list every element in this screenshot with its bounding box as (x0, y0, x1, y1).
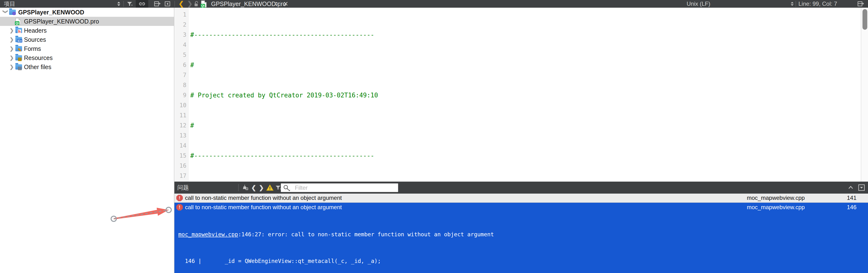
tree-filter-icon[interactable] (127, 0, 133, 8)
collapse-panel-icon[interactable] (847, 182, 854, 193)
detail-error-line: moc_mapwebview.cpp:146:27: error: call t… (178, 230, 868, 239)
issue-row-146-selected[interactable]: ! call to non-static member function wit… (175, 203, 868, 273)
code-line: # (190, 60, 442, 70)
line-number: 15 (175, 151, 189, 161)
lock-icon[interactable] (193, 0, 199, 8)
pencil-badge-icon: ✎ (18, 47, 22, 53)
chevron-right-icon[interactable]: ❯ (9, 28, 14, 33)
chevron-right-icon[interactable]: ❯ (9, 46, 14, 52)
editor-scrollbar[interactable] (861, 8, 868, 182)
encoding-dropdown-icon[interactable] (790, 0, 795, 8)
tree-item-sources[interactable]: ❯ C+ Sources (0, 35, 174, 44)
grid-badge-icon: ▦ (18, 56, 22, 62)
error-icon: ! (176, 204, 183, 211)
tree-item-label: Sources (24, 36, 46, 43)
scrollbar-thumb[interactable] (863, 9, 867, 30)
error-icon: ! (176, 195, 183, 201)
document-dropdown-icon[interactable] (274, 0, 279, 8)
issues-filter (281, 183, 398, 192)
issue-file: moc_mapwebview.cpp (747, 194, 805, 201)
code-line: # Project created by QtCreator 2019-03-0… (190, 90, 442, 100)
document-type-icon: Qt (201, 0, 207, 8)
toolbar-separator (175, 1, 175, 7)
tree-item-label: GPSPlayer_KENWOOD (18, 9, 84, 16)
line-number-gutter: 1 2 3 4 5 6 7 8 9 10 11 12 13 14 15 16 1… (175, 8, 189, 182)
line-number: 11 (175, 110, 189, 120)
tree-item-project-root[interactable]: ❯ ⚙ GPSPlayer_KENWOOD (0, 8, 174, 17)
line-number: 4 (175, 40, 189, 50)
top-toolbar: 项目 ❮ ❯ Qt GPSPlayer_KENWOOD.pro ✕ Unix (… (0, 0, 868, 8)
file-badge-icon: ▤ (18, 65, 22, 71)
sidebar-panel-title: 项目 (4, 0, 16, 8)
chevron-right-icon[interactable]: ❯ (9, 37, 14, 42)
cpp-badge-icon: C+ (17, 39, 22, 43)
line-number: 1 (175, 9, 189, 20)
header-badge-icon: h (18, 30, 21, 34)
code-line: #---------------------------------------… (190, 30, 442, 40)
chevron-right-icon[interactable]: ❯ (9, 64, 14, 70)
line-number: 6 (175, 60, 189, 70)
filter-input[interactable] (281, 183, 398, 192)
tree-item-label: Headers (24, 27, 47, 34)
issues-panel: 问题 ❮ ❯ ! call to non-static member funct… (175, 182, 868, 273)
cursor-position-indicator[interactable]: Line: 99, Col: 7 (799, 0, 837, 8)
tree-item-resources[interactable]: ❯ ▦ Resources (0, 53, 174, 62)
tree-item-label: GPSPlayer_KENWOOD.pro (24, 18, 99, 25)
encoding-indicator[interactable]: Unix (LF) (687, 0, 710, 8)
tree-item-headers[interactable]: ❯ h Headers (0, 26, 174, 35)
tree-item-forms[interactable]: ❯ ✎ Forms (0, 44, 174, 53)
tree-item-label: Other files (24, 64, 51, 70)
issue-line-number: 146 (847, 204, 857, 211)
qt-pro-file-icon: Qt (16, 18, 21, 25)
issues-panel-title: 问题 (177, 182, 189, 193)
maximize-panel-icon[interactable] (858, 182, 865, 193)
chevron-right-icon[interactable]: ❯ (9, 55, 14, 61)
next-issue-button[interactable]: ❯ (259, 182, 264, 193)
code-line: # (190, 120, 442, 130)
toolbar-separator (796, 1, 796, 7)
line-number: 5 (175, 50, 189, 60)
issue-message: call to non-static member function witho… (185, 204, 342, 211)
chevron-down-icon[interactable]: ❯ (3, 9, 8, 14)
gear-icon: ⚙ (12, 10, 16, 16)
line-number: 13 (175, 130, 189, 141)
line-number: 17 (175, 171, 189, 181)
toolbar-separator (280, 1, 281, 7)
search-icon[interactable] (283, 184, 291, 192)
tree-item-other-files[interactable]: ❯ ▤ Other files (0, 62, 174, 71)
tree-item-label: Forms (24, 46, 41, 52)
tree-item-pro-file[interactable]: Qt GPSPlayer_KENWOOD.pro (0, 17, 174, 26)
code-line: #---------------------------------------… (190, 151, 442, 161)
line-number: 2 (175, 20, 189, 30)
project-tree-panel: ❯ ⚙ GPSPlayer_KENWOOD Qt GPSPlayer_KENWO… (0, 8, 175, 273)
split-editor-icon[interactable] (858, 0, 864, 8)
toolbar-separator (123, 1, 124, 7)
nav-back-button[interactable]: ❮ (179, 0, 184, 8)
issue-file: moc_mapwebview.cpp (747, 204, 805, 211)
tree-item-label: Resources (24, 55, 53, 61)
link-icon (139, 1, 145, 7)
tree-sort-icon[interactable] (116, 0, 122, 8)
close-sidebar-icon[interactable] (164, 0, 171, 8)
issue-detail: moc_mapwebview.cpp:146:27: error: call t… (175, 212, 868, 273)
line-number: 3 (175, 30, 189, 40)
toolbar-separator (238, 184, 239, 191)
split-panel-icon[interactable] (154, 0, 161, 8)
issue-row-title[interactable]: ! call to non-static member function wit… (175, 203, 868, 212)
sync-with-editor-button[interactable] (136, 0, 148, 8)
nav-forward-button[interactable]: ❯ (187, 0, 193, 8)
line-number: 9 (175, 90, 189, 100)
code-segment: # (190, 122, 194, 129)
previous-issue-button[interactable]: ❮ (251, 182, 256, 193)
file-link[interactable]: moc_mapwebview.cpp (178, 231, 238, 238)
clean-issues-icon[interactable] (242, 182, 249, 193)
code-editor[interactable]: 1 2 3 4 5 6 7 8 9 10 11 12 13 14 15 16 1… (175, 8, 868, 182)
issue-row-141[interactable]: ! call to non-static member function wit… (175, 193, 868, 203)
line-number: 8 (175, 80, 189, 90)
issue-message: call to non-static member function witho… (185, 194, 342, 201)
close-document-button[interactable]: ✕ (283, 0, 288, 8)
warnings-toggle-icon[interactable] (266, 182, 274, 193)
issue-line-number: 141 (847, 194, 857, 201)
detail-code-line: 146 | _id = QWebEngineView::qt_metacall(… (178, 257, 868, 266)
code-segment: # Project created by QtCreator 2019-03-0… (190, 92, 378, 99)
